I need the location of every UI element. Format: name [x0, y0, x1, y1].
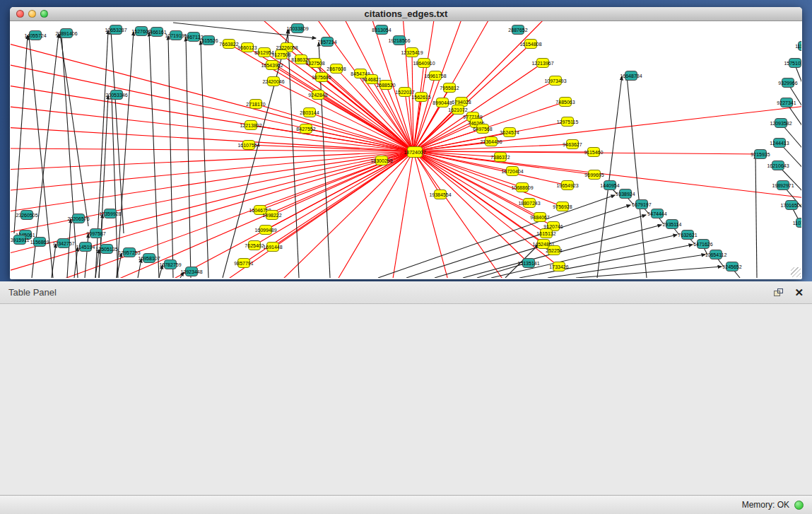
- network-node[interactable]: 12213802: [245, 120, 257, 130]
- network-node[interactable]: 16782759: [164, 259, 177, 269]
- network-node[interactable]: 9699695: [588, 170, 601, 180]
- network-node[interactable]: 12342757: [57, 238, 70, 248]
- network-node[interactable]: 1588520: [379, 80, 392, 90]
- network-node[interactable]: 18807243: [523, 198, 536, 208]
- network-node[interactable]: 8813054: [375, 25, 388, 35]
- network-node[interactable]: 16543962: [266, 60, 278, 70]
- network-node[interactable]: 21364436: [485, 136, 498, 146]
- network-node[interactable]: 16033809: [291, 23, 304, 33]
- float-panel-icon[interactable]: [774, 288, 783, 296]
- network-node[interactable]: 10653287: [110, 25, 122, 35]
- network-node[interactable]: 9484067: [534, 212, 546, 222]
- network-node[interactable]: 9875685: [315, 72, 328, 82]
- network-node[interactable]: 6497568: [476, 124, 489, 134]
- network-node[interactable]: 10688609: [516, 182, 529, 192]
- window-resize-grip[interactable]: [791, 267, 801, 277]
- network-node[interactable]: 1440954: [604, 180, 616, 190]
- network-node[interactable]: 18640910: [418, 58, 430, 68]
- network-node[interactable]: 9242848: [312, 90, 324, 100]
- network-node[interactable]: 19384554: [434, 189, 447, 199]
- network-node[interactable]: 19218566: [393, 35, 406, 45]
- network-node[interactable]: 1733426: [553, 262, 565, 271]
- network-node[interactable]: 8990448: [436, 98, 449, 107]
- network-node[interactable]: 20891406: [60, 28, 73, 38]
- network-node[interactable]: 9245652: [726, 262, 739, 271]
- network-node[interactable]: 8912954: [258, 47, 271, 57]
- network-node[interactable]: 12505135: [100, 244, 113, 254]
- network-node[interactable]: 14055724: [29, 30, 42, 40]
- network-node[interactable]: 1244413: [773, 138, 786, 148]
- close-panel-icon[interactable]: ✕: [794, 288, 804, 297]
- network-node[interactable]: 1111304: [798, 41, 801, 51]
- network-node[interactable]: 16210643: [772, 160, 784, 170]
- network-node[interactable]: 9127508: [275, 49, 288, 59]
- network-node[interactable]: 18300295: [375, 156, 388, 165]
- network-node[interactable]: 2867608: [330, 64, 343, 74]
- network-node[interactable]: 7857214: [321, 37, 334, 47]
- network-node[interactable]: 16154808: [524, 39, 537, 49]
- network-node[interactable]: 9115460: [587, 147, 600, 157]
- network-node[interactable]: 16958107: [143, 253, 155, 263]
- network-node[interactable]: 22420046: [267, 76, 280, 86]
- network-node[interactable]: 6466161: [151, 27, 163, 37]
- network-node[interactable]: 9327508: [309, 58, 322, 68]
- network-node[interactable]: 2718170: [249, 99, 262, 109]
- network-node[interactable]: 17957253: [123, 247, 136, 257]
- network-node[interactable]: 9227341: [780, 98, 793, 107]
- network-node[interactable]: 17016504: [785, 200, 798, 210]
- network-node[interactable]: 9338924: [619, 189, 632, 199]
- network-node[interactable]: 16720404: [506, 166, 519, 176]
- network-node[interactable]: 20206576: [72, 214, 85, 223]
- network-node[interactable]: 19654923: [561, 180, 574, 190]
- network-node[interactable]: 15751074: [789, 58, 801, 68]
- network-node[interactable]: 2803144: [303, 107, 316, 117]
- network-node[interactable]: 12975115: [561, 117, 574, 127]
- network-node[interactable]: 12923448: [185, 267, 198, 276]
- network-node[interactable]: 1527602: [135, 26, 148, 36]
- network-node[interactable]: 1522037: [399, 87, 411, 97]
- network-node[interactable]: 1107533: [796, 218, 801, 228]
- network-node[interactable]: 8427552: [300, 124, 312, 134]
- network-node[interactable]: 19892971: [777, 180, 789, 190]
- network-node[interactable]: 7663822: [223, 39, 235, 49]
- network-node[interactable]: 10973493: [549, 76, 562, 86]
- network-node[interactable]: 16961758: [429, 71, 442, 81]
- network-node[interactable]: 9660123: [241, 42, 254, 52]
- network-node[interactable]: 9857791: [237, 258, 250, 268]
- network-node[interactable]: 16648784: [625, 71, 637, 81]
- network-node[interactable]: 16107554: [242, 140, 255, 150]
- network-node[interactable]: 23260505: [20, 210, 33, 220]
- network-node[interactable]: 6679197: [635, 199, 648, 209]
- network-node[interactable]: 9463627: [566, 139, 579, 149]
- network-node[interactable]: 12213967: [536, 58, 549, 68]
- network-node[interactable]: 9474444: [651, 209, 664, 218]
- network-node[interactable]: 2887652: [512, 25, 524, 35]
- network-node[interactable]: 16099489: [259, 225, 272, 235]
- network-node[interactable]: 7467133: [187, 32, 200, 42]
- network-node[interactable]: 9097587: [90, 228, 102, 238]
- network-node[interactable]: 7515526: [202, 35, 215, 45]
- network-node[interactable]: 7386372: [494, 152, 507, 162]
- network-node[interactable]: 12325419: [406, 47, 418, 57]
- network-node[interactable]: 15135141: [522, 258, 535, 268]
- network-node[interactable]: 9329966: [782, 78, 794, 88]
- network-node[interactable]: 3624574: [503, 127, 516, 137]
- network-node[interactable]: 10719195: [170, 30, 182, 40]
- network-node-hub[interactable]: 18724007: [407, 146, 423, 158]
- network-node[interactable]: 252254: [548, 245, 560, 255]
- network-node[interactable]: 6471626: [697, 239, 710, 249]
- network-node[interactable]: 12093582: [775, 118, 787, 128]
- network-node[interactable]: 1615132: [540, 228, 553, 238]
- network-node[interactable]: 3915911: [13, 235, 26, 245]
- network-node[interactable]: 1156869: [33, 237, 46, 247]
- network-node[interactable]: 7485063: [559, 97, 572, 107]
- network-node[interactable]: 1691448: [266, 242, 279, 252]
- network-node[interactable]: 1145194: [79, 242, 92, 252]
- network-node[interactable]: 17359928: [104, 209, 117, 218]
- network-node[interactable]: 9215935: [754, 149, 767, 159]
- network-node[interactable]: 1498222: [266, 210, 278, 220]
- window-title-bar[interactable]: citations_edges.txt: [10, 7, 802, 21]
- network-node[interactable]: 1621072: [452, 105, 464, 115]
- network-node[interactable]: 7632621: [681, 230, 694, 240]
- network-canvas[interactable]: 1405572420891406106532871527602646616110…: [11, 21, 801, 278]
